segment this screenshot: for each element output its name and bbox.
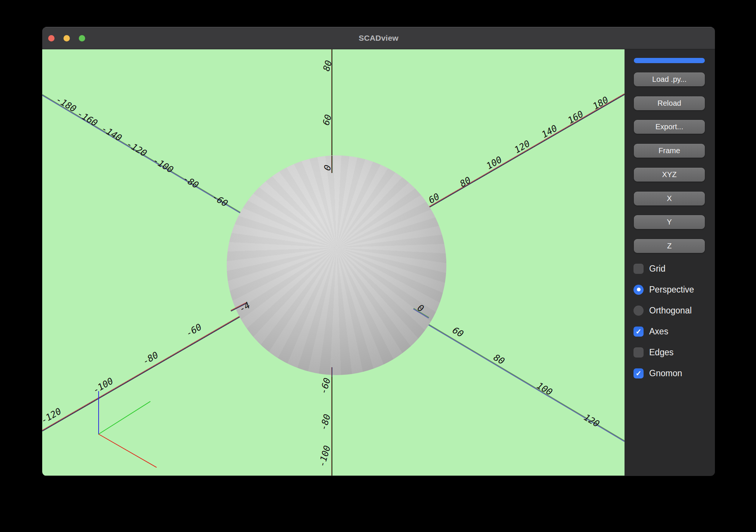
x-axis-tick-label: 140	[540, 123, 559, 140]
window-title: SCADview	[42, 27, 715, 49]
export-button[interactable]: Export...	[634, 120, 705, 134]
x-axis-tick-label: 60	[427, 191, 441, 206]
x-button[interactable]: X	[634, 192, 705, 205]
x-axis-tick-label: -60	[184, 322, 204, 339]
title-bar[interactable]: SCADview	[42, 27, 715, 49]
edges-checkbox[interactable]: Edges	[633, 347, 673, 358]
perspective-label: Perspective	[649, 285, 694, 295]
y-axis-tick-label: 60	[450, 325, 465, 340]
x-axis-tick-label: -120	[42, 406, 63, 426]
x-axis-tick-label: 180	[591, 95, 610, 112]
z-axis-tick-label: -60	[318, 377, 333, 395]
y-axis-tick-label: -160	[75, 108, 99, 129]
gnomon-label: Gnomon	[649, 368, 682, 378]
sphere-model	[227, 155, 446, 375]
grid-label: Grid	[649, 264, 665, 274]
axes-checkbox[interactable]: ✓Axes	[633, 326, 668, 337]
checkbox-checked-icon[interactable]: ✓	[633, 327, 644, 337]
perspective-radio[interactable]: Perspective	[633, 284, 694, 295]
z-axis-stub-bottom	[331, 367, 332, 377]
gnomon-x-axis	[99, 434, 157, 468]
checkbox-unchecked-icon[interactable]	[633, 264, 644, 274]
radio-unchecked-icon[interactable]	[633, 306, 644, 316]
frame-button[interactable]: Frame	[634, 144, 705, 158]
x-axis-tick-label: 80	[458, 175, 472, 189]
y-button[interactable]: Y	[634, 215, 705, 229]
y-axis-tick-label: -140	[100, 123, 124, 143]
screen: SCADview -120-100-80-60-4608010012014016…	[0, 0, 756, 532]
3d-viewport[interactable]: -120-100-80-60-46080100120140160180-180-…	[42, 49, 625, 476]
grid-checkbox[interactable]: Grid	[633, 263, 665, 274]
xyz-button[interactable]: XYZ	[634, 168, 705, 182]
x-axis-tick-label: -100	[91, 375, 115, 395]
x-axis-tick-label: 120	[512, 138, 532, 155]
y-axis-tick-label: 120	[582, 412, 601, 429]
reload-button[interactable]: Reload	[634, 96, 705, 110]
x-axis-tick-label: 100	[484, 154, 504, 171]
y-axis-tick-label: -120	[125, 139, 149, 159]
z-axis-tick-label: -80	[318, 413, 333, 431]
gnomon-checkbox[interactable]: ✓Gnomon	[633, 368, 682, 378]
checkbox-checked-icon[interactable]: ✓	[633, 368, 644, 378]
gnomon-z-axis	[98, 391, 99, 434]
gnomon-y-axis	[98, 401, 151, 434]
app-window: SCADview -120-100-80-60-4608010012014016…	[42, 27, 715, 476]
sidebar: Load .py...ReloadExport...FrameXYZXYZ Gr…	[625, 49, 715, 476]
radio-dot-icon	[637, 288, 641, 291]
load-py-button[interactable]: Load .py...	[634, 72, 705, 86]
progress-bar	[634, 58, 705, 63]
orthogonal-radio[interactable]: Orthogonal	[633, 305, 692, 316]
z-button[interactable]: Z	[634, 239, 705, 253]
y-axis-tick-label: -180	[54, 94, 78, 114]
x-axis-tick-label: 160	[566, 109, 585, 126]
checkbox-unchecked-icon[interactable]	[633, 347, 644, 358]
axes-label: Axes	[649, 327, 668, 337]
z-axis-tick-label: -100	[317, 444, 333, 468]
window-content: -120-100-80-60-46080100120140160180-180-…	[42, 49, 715, 476]
radio-checked-icon[interactable]	[633, 285, 644, 295]
y-axis-tick-label: -60	[210, 192, 230, 209]
y-axis-tick-label: 100	[535, 380, 554, 398]
y-axis-tick-label: -100	[151, 155, 175, 175]
orthogonal-label: Orthogonal	[649, 306, 692, 316]
edges-label: Edges	[649, 347, 673, 358]
